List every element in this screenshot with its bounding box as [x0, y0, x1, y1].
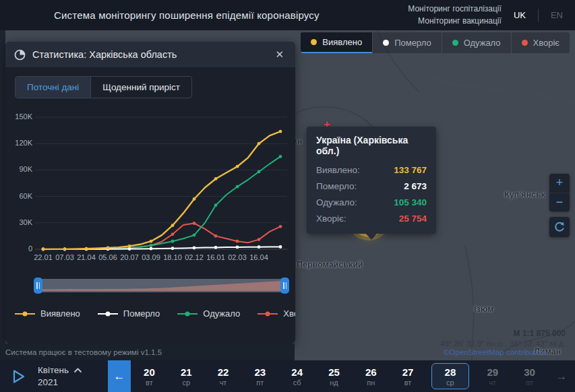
recovered-line-icon — [177, 313, 198, 315]
tooltip-label: Виявлено: — [316, 162, 360, 178]
map-zoom-controls: + − — [549, 174, 570, 211]
timeline-bar: Квітень 2021 ← 20 вт 21 ср 22 чт 23 пт 2… — [0, 360, 575, 392]
x-tick-label: 21.04 — [77, 253, 96, 261]
time-range-slider[interactable] — [38, 279, 285, 292]
refresh-button[interactable] — [549, 217, 570, 237]
chart-area: 150K 120K 90K 60K 30K 0 22.01 07.03 21.0… — [11, 109, 290, 265]
y-tick-label: 60K — [11, 192, 32, 200]
close-icon[interactable]: ✕ — [272, 47, 286, 62]
left-edge-strip — [0, 30, 5, 360]
timeline-day[interactable]: 23 пт — [241, 360, 278, 392]
lang-switch-en[interactable]: EN — [548, 10, 566, 20]
next-day-button[interactable]: → — [548, 360, 575, 392]
month-selector[interactable]: Квітень 2021 — [38, 360, 108, 392]
x-tick-label: 05.06 — [98, 253, 117, 261]
legend-item-recovered-label: Одужало — [464, 38, 501, 48]
tooltip-label: Одужало: — [316, 195, 357, 211]
chart-legend-label: Виявлено — [40, 308, 80, 319]
system-status-text: Система працює в тестовому режимі v1.1.5 — [5, 348, 162, 356]
tooltip-title: Україна (Харківська обл.) — [316, 135, 427, 156]
confirmed-line-icon — [15, 313, 35, 315]
chart-legend-deaths[interactable]: Померло — [98, 308, 160, 319]
chart-legend-label: Одужало — [203, 308, 240, 319]
map-series-legend: Виявлено Померло Одужало Хворіє — [301, 32, 570, 53]
timeline-days: 20 вт 21 ср 22 чт 23 пт 24 сб 25 нд 26 п… — [131, 360, 548, 392]
legend-item-recovered[interactable]: Одужало — [442, 32, 511, 53]
tooltip-row-confirmed: Виявлено: 133 767 — [316, 162, 427, 178]
legend-item-confirmed[interactable]: Виявлено — [301, 32, 372, 53]
zoom-out-button[interactable]: − — [549, 193, 570, 212]
month-label: Квітень — [38, 364, 69, 377]
play-icon — [12, 369, 26, 384]
y-tick-label: 90K — [11, 165, 32, 173]
header-links: Моніторинг госпіталізації Моніторинг вак… — [408, 3, 502, 27]
statistics-panel: Статистика: Харківська область ✕ Поточні… — [5, 42, 295, 344]
link-vaccination-monitoring[interactable]: Моніторинг вакцинації — [408, 15, 502, 27]
x-tick-label: 07.03 — [55, 253, 74, 261]
timeline-day[interactable]: 21 ср — [168, 360, 205, 392]
confirmed-dot-icon — [311, 39, 317, 45]
y-tick-label: 120K — [11, 139, 32, 147]
timeline-day[interactable]: 27 вт — [390, 360, 427, 392]
city-label-kupiansk: Куп'янськ — [504, 190, 545, 199]
tooltip-value: 133 767 — [394, 162, 427, 178]
prev-day-button[interactable]: ← — [108, 360, 131, 392]
app-header: Система моніторингу поширення епідемії к… — [0, 0, 575, 30]
chart-legend-sick[interactable]: Хворіє — [258, 308, 295, 319]
timeline-day[interactable]: 26 пн — [353, 360, 390, 392]
legend-item-deaths[interactable]: Померло — [372, 32, 442, 53]
legend-item-sick[interactable]: Хворіє — [511, 32, 570, 53]
system-status-bar: Система працює в тестовому режимі v1.1.5 — [0, 344, 295, 360]
panel-title: Статистика: Харківська область — [32, 49, 177, 60]
chart-legend-confirmed[interactable]: Виявлено — [15, 308, 80, 319]
map-coordinates: 49° 36' 32.9" пн.ш., 36° 32' 43" зх.д. — [440, 339, 566, 348]
tooltip-label: Хворіє: — [316, 211, 346, 227]
chart-legend-label: Хворіє — [283, 308, 295, 319]
x-tick-label: 16.01 — [206, 253, 225, 261]
chart-legend-label: Померло — [123, 308, 160, 319]
timeline-day[interactable]: 20 вт — [131, 360, 168, 392]
play-button[interactable] — [0, 360, 38, 392]
tooltip-value: 105 340 — [394, 195, 427, 211]
timeline-day[interactable]: 29 чт — [474, 360, 511, 392]
city-label-izium: Ізюм — [474, 304, 493, 314]
tooltip-label: Померло: — [316, 178, 357, 195]
osm-attribution-link[interactable]: ©OpenStreetMap contributors — [444, 348, 547, 356]
chart-svg — [11, 109, 290, 252]
x-tick-label: 03.09 — [142, 253, 160, 261]
slider-handle-left[interactable] — [34, 277, 42, 294]
chevron-up-icon — [74, 368, 82, 372]
panel-tabs: Поточні дані Щоденний приріст — [15, 76, 192, 98]
x-tick-label: 22.01 — [34, 253, 53, 261]
y-tick-label: 150K — [11, 112, 32, 121]
lang-divider — [538, 9, 539, 22]
sick-dot-icon — [522, 40, 528, 46]
refresh-icon — [553, 221, 566, 233]
lang-switch-uk[interactable]: UK — [511, 10, 528, 20]
sick-line-icon — [258, 313, 278, 315]
tab-daily-growth[interactable]: Щоденний приріст — [90, 77, 191, 98]
link-hospitalization-monitoring[interactable]: Моніторинг госпіталізації — [408, 3, 502, 15]
x-tick-label: 16.04 — [249, 253, 268, 261]
timeline-day[interactable]: 30 пт — [511, 360, 548, 392]
y-tick-label: 30K — [11, 218, 32, 226]
tooltip-row-sick: Хворіє: 25 754 — [316, 211, 427, 227]
tooltip-row-recovered: Одужало: 105 340 — [316, 195, 427, 211]
tab-current-data[interactable]: Поточні дані — [16, 77, 90, 98]
deaths-line-icon — [98, 313, 118, 315]
timeline-day[interactable]: 25 нд — [315, 360, 353, 392]
x-tick-label: 20.07 — [120, 253, 139, 261]
tooltip-value: 2 673 — [404, 178, 427, 195]
legend-item-deaths-label: Померло — [394, 38, 431, 48]
timeline-day[interactable]: 22 чт — [205, 360, 242, 392]
slider-handle-right[interactable] — [280, 277, 289, 294]
zoom-in-button[interactable]: + — [549, 174, 570, 193]
chart-legend: Виявлено Померло Одужало Хворіє — [15, 308, 295, 319]
recovered-dot-icon — [452, 40, 458, 46]
chart-legend-recovered[interactable]: Одужало — [177, 308, 240, 319]
deaths-dot-icon — [383, 40, 389, 46]
y-tick-label: 0 — [11, 244, 32, 253]
timeline-day[interactable]: 24 сб — [278, 360, 315, 392]
timeline-day-selected[interactable]: 28 ср — [431, 363, 470, 389]
map-scale: М 1:1 875 000 — [514, 329, 566, 338]
